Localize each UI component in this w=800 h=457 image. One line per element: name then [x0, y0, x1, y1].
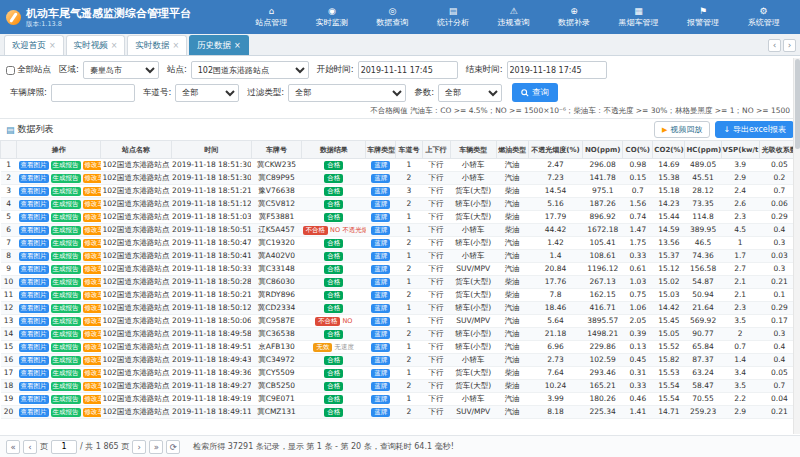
- generate-report-button[interactable]: 生成报告: [51, 330, 81, 339]
- generate-report-button[interactable]: 生成报告: [51, 356, 81, 365]
- tab-close-icon[interactable]: ×: [111, 41, 118, 50]
- edit-plate-button[interactable]: 修改车牌: [83, 187, 101, 196]
- search-button[interactable]: 查询: [512, 83, 558, 102]
- edit-plate-button[interactable]: 修改车牌: [83, 408, 101, 417]
- table-row[interactable]: 8查看图片生成报告修改车牌102国道东港路站点2019-11-18 18:50:…: [1, 250, 800, 263]
- param-select[interactable]: 全部: [438, 84, 502, 102]
- view-image-button[interactable]: 查看图片: [19, 330, 49, 339]
- nav-item-site[interactable]: ⌂站点管理: [255, 7, 287, 27]
- generate-report-button[interactable]: 生成报告: [51, 213, 81, 222]
- plate-type-badge[interactable]: 蓝牌: [371, 239, 390, 248]
- table-row[interactable]: 18查看图片生成报告修改车牌102国道东港路站点2019-11-18 18:49…: [1, 380, 800, 393]
- generate-report-button[interactable]: 生成报告: [51, 317, 81, 326]
- plate-type-badge[interactable]: 蓝牌: [371, 382, 390, 391]
- edit-plate-button[interactable]: 修改车牌: [83, 291, 101, 300]
- edit-plate-button[interactable]: 修改车牌: [83, 278, 101, 287]
- table-row[interactable]: 13查看图片生成报告修改车牌102国道东港路站点2019-11-18 18:50…: [1, 315, 800, 328]
- plate-type-badge[interactable]: 蓝牌: [371, 278, 390, 287]
- plate-type-badge[interactable]: 蓝牌: [371, 317, 390, 326]
- plate-type-badge[interactable]: 蓝牌: [371, 200, 390, 209]
- generate-report-button[interactable]: 生成报告: [51, 291, 81, 300]
- edit-plate-button[interactable]: 修改车牌: [83, 239, 101, 248]
- view-image-button[interactable]: 查看图片: [19, 408, 49, 417]
- tab-close-icon[interactable]: ×: [49, 41, 56, 50]
- edit-plate-button[interactable]: 修改车牌: [83, 317, 101, 326]
- generate-report-button[interactable]: 生成报告: [51, 239, 81, 248]
- view-image-button[interactable]: 查看图片: [19, 252, 49, 261]
- table-row[interactable]: 20查看图片生成报告修改车牌102国道东港路站点2019-11-18 18:49…: [1, 406, 800, 419]
- generate-report-button[interactable]: 生成报告: [51, 408, 81, 417]
- region-select[interactable]: 秦皇岛市: [83, 61, 159, 79]
- plate-type-badge[interactable]: 蓝牌: [371, 369, 390, 378]
- refresh-button[interactable]: ⟳: [166, 440, 180, 454]
- edit-plate-button[interactable]: 修改车牌: [83, 356, 101, 365]
- view-image-button[interactable]: 查看图片: [19, 200, 49, 209]
- tabs-scroll-left-icon[interactable]: ‹: [768, 39, 781, 52]
- lane-select[interactable]: 全部: [175, 84, 239, 102]
- last-page-button[interactable]: »: [149, 440, 163, 454]
- filter-type-select[interactable]: 全部: [288, 84, 406, 102]
- edit-plate-button[interactable]: 修改车牌: [83, 213, 101, 222]
- table-row[interactable]: 14查看图片生成报告修改车牌102国道东港路站点2019-11-18 18:49…: [1, 328, 800, 341]
- view-image-button[interactable]: 查看图片: [19, 291, 49, 300]
- plate-type-badge[interactable]: 蓝牌: [371, 187, 390, 196]
- edit-plate-button[interactable]: 修改车牌: [83, 330, 101, 339]
- generate-report-button[interactable]: 生成报告: [51, 161, 81, 170]
- view-image-button[interactable]: 查看图片: [19, 382, 49, 391]
- plate-type-badge[interactable]: 蓝牌: [371, 291, 390, 300]
- video-playback-button[interactable]: ▶ 视频回放: [654, 121, 710, 138]
- tabs-scroll-right-icon[interactable]: ›: [783, 39, 796, 52]
- view-image-button[interactable]: 查看图片: [19, 369, 49, 378]
- view-image-button[interactable]: 查看图片: [19, 343, 49, 352]
- generate-report-button[interactable]: 生成报告: [51, 200, 81, 209]
- next-page-button[interactable]: ›: [132, 440, 146, 454]
- generate-report-button[interactable]: 生成报告: [51, 369, 81, 378]
- edit-plate-button[interactable]: 修改车牌: [83, 369, 101, 378]
- nav-item-alarm[interactable]: ⚑报警管理: [687, 7, 719, 27]
- table-row[interactable]: 6查看图片生成报告修改车牌102国道东港路站点2019-11-18 18:50:…: [1, 224, 800, 237]
- plate-type-badge[interactable]: 蓝牌: [371, 395, 390, 404]
- table-row[interactable]: 16查看图片生成报告修改车牌102国道东港路站点2019-11-18 18:49…: [1, 354, 800, 367]
- table-row[interactable]: 19查看图片生成报告修改车牌102国道东港路站点2019-11-18 18:49…: [1, 393, 800, 406]
- tab-video[interactable]: 实时视频×: [66, 35, 126, 55]
- export-excel-button[interactable]: ↓ 导出excel报表: [715, 121, 794, 138]
- view-image-button[interactable]: 查看图片: [19, 278, 49, 287]
- vertical-scrollbar[interactable]: [793, 58, 800, 434]
- view-image-button[interactable]: 查看图片: [19, 356, 49, 365]
- plate-type-badge[interactable]: 蓝牌: [371, 330, 390, 339]
- plate-type-badge[interactable]: 蓝牌: [371, 174, 390, 183]
- table-row[interactable]: 9查看图片生成报告修改车牌102国道东港路站点2019-11-18 18:50:…: [1, 263, 800, 276]
- plate-type-badge[interactable]: 蓝牌: [371, 343, 390, 352]
- generate-report-button[interactable]: 生成报告: [51, 343, 81, 352]
- nav-item-query[interactable]: ◎数据查询: [376, 7, 408, 27]
- table-row[interactable]: 17查看图片生成报告修改车牌102国道东港路站点2019-11-18 18:49…: [1, 367, 800, 380]
- table-row[interactable]: 2查看图片生成报告修改车牌102国道东港路站点2019-11-18 18:51:…: [1, 172, 800, 185]
- plate-type-badge[interactable]: 蓝牌: [371, 408, 390, 417]
- edit-plate-button[interactable]: 修改车牌: [83, 252, 101, 261]
- table-row[interactable]: 12查看图片生成报告修改车牌102国道东港路站点2019-11-18 18:50…: [1, 302, 800, 315]
- edit-plate-button[interactable]: 修改车牌: [83, 226, 101, 235]
- nav-item-patch[interactable]: ⊕数据补录: [558, 7, 590, 27]
- view-image-button[interactable]: 查看图片: [19, 174, 49, 183]
- plate-type-badge[interactable]: 蓝牌: [371, 213, 390, 222]
- tab-close-icon[interactable]: ×: [234, 41, 241, 50]
- plate-type-badge[interactable]: 蓝牌: [371, 265, 390, 274]
- all-sites-checkbox[interactable]: [6, 66, 15, 75]
- first-page-button[interactable]: «: [6, 440, 20, 454]
- view-image-button[interactable]: 查看图片: [19, 304, 49, 313]
- table-row[interactable]: 15查看图片生成报告修改车牌102国道东港路站点2019-11-18 18:49…: [1, 341, 800, 354]
- generate-report-button[interactable]: 生成报告: [51, 174, 81, 183]
- generate-report-button[interactable]: 生成报告: [51, 187, 81, 196]
- plate-type-badge[interactable]: 蓝牌: [371, 226, 390, 235]
- tab-close-icon[interactable]: ×: [172, 41, 179, 50]
- edit-plate-button[interactable]: 修改车牌: [83, 382, 101, 391]
- site-select[interactable]: 102国道东港路站点: [191, 61, 309, 79]
- edit-plate-button[interactable]: 修改车牌: [83, 395, 101, 404]
- edit-plate-button[interactable]: 修改车牌: [83, 200, 101, 209]
- plate-type-badge[interactable]: 蓝牌: [371, 356, 390, 365]
- view-image-button[interactable]: 查看图片: [19, 317, 49, 326]
- generate-report-button[interactable]: 生成报告: [51, 382, 81, 391]
- generate-report-button[interactable]: 生成报告: [51, 252, 81, 261]
- table-row[interactable]: 3查看图片生成报告修改车牌102国道东港路站点2019-11-18 18:51:…: [1, 185, 800, 198]
- plate-type-badge[interactable]: 蓝牌: [371, 161, 390, 170]
